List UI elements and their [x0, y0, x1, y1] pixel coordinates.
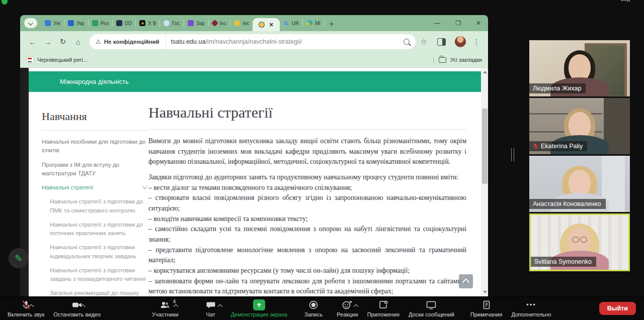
zoom-page-icon[interactable]	[404, 39, 410, 45]
panel-resize-handle[interactable]	[511, 148, 514, 161]
apps-button[interactable]: Приложения	[363, 297, 404, 320]
participant-name-label: Ekaterina Paliy	[529, 141, 587, 151]
browser-tab[interactable]: Гос	[160, 15, 183, 31]
bullet-line: – заповнювати форми он-лайн та оперувати…	[148, 276, 466, 296]
participant-video[interactable]: Людмила Жихар	[529, 40, 630, 96]
scroll-to-top-button[interactable]	[459, 274, 473, 288]
sidebar-sublink[interactable]: Навчальні стратегії з підготовки до пото…	[50, 221, 147, 238]
all-bookmarks-button[interactable]: Усі закладки	[450, 57, 482, 63]
chat-button[interactable]: Чат	[201, 297, 220, 320]
browser-tab[interactable]: Інс	[230, 15, 253, 31]
browser-toolbar: ← → ↻ ⌂ ⚠ Не конфіденційний tsatu.edu.ua…	[20, 31, 488, 52]
chevron-up-icon[interactable]	[217, 304, 222, 309]
sidebar-link-active[interactable]: Навчальні стратегії	[42, 183, 147, 192]
browser-tab[interactable]: Укр	[64, 15, 88, 31]
maximize-button[interactable]: ❐	[455, 20, 461, 26]
participant-name-label: Людмила Жихар	[529, 83, 586, 93]
chevron-up-icon	[462, 278, 469, 285]
web-page: Міжнародна діяльність Навчання Навчальні…	[20, 68, 488, 296]
chevron-up-icon[interactable]	[354, 304, 359, 309]
share-screen-icon	[253, 299, 265, 310]
browser-tab[interactable]: ★Х В	[136, 15, 159, 31]
tab-favicon	[306, 20, 312, 26]
participant-video[interactable]: Анастасія Коноваленко	[529, 156, 630, 212]
browser-tab[interactable]: Інс	[209, 15, 230, 31]
tab-favicon	[259, 22, 265, 28]
chevron-down-icon	[28, 20, 33, 25]
scrollbar-thumb[interactable]	[482, 109, 488, 184]
tab-favicon	[45, 20, 51, 26]
window-controls: — ❐ ✕	[434, 15, 481, 31]
tab-search-button[interactable]	[24, 18, 37, 28]
browser-tab[interactable]: GUR	[280, 15, 302, 31]
browser-tab[interactable]: DD	[113, 15, 135, 31]
bullet-line: – користуватися англомовними ресурсами (…	[148, 266, 466, 276]
glasses	[571, 237, 588, 242]
participants-button[interactable]: 4 Участники	[147, 297, 183, 320]
share-screen-button[interactable]: Демонстрация экрана	[226, 297, 292, 320]
bookmark-star-icon[interactable]: ☆	[421, 37, 427, 46]
page-scrollbar[interactable]	[481, 68, 488, 296]
paragraph: Завдяки підготовці до аудиторних занять …	[148, 172, 466, 183]
tab-favicon	[164, 20, 170, 26]
sidebar-sublink[interactable]: Навчальні стратегії з підготовки індивід…	[50, 243, 147, 261]
bullet-line: – вести діалог за темами повсякденного т…	[148, 183, 466, 193]
whiteboard-icon	[426, 299, 437, 310]
scroll-up-arrow[interactable]	[483, 71, 487, 73]
browser-tab[interactable]: Мі	[303, 15, 324, 31]
annotate-button[interactable]: ✎	[9, 248, 29, 268]
divider: |	[433, 56, 435, 63]
more-button[interactable]: ••• Дополнительно	[507, 297, 555, 320]
sidebar-sublink[interactable]: Навчальні стратегії з підготовки до ПМК …	[50, 197, 147, 215]
tab-favicon	[211, 20, 218, 27]
sidebar-link[interactable]: Навчальні посібники для підготовки до іс…	[42, 138, 147, 155]
side-panel-icon[interactable]	[437, 38, 446, 46]
record-button[interactable]: Запись	[300, 297, 327, 320]
apps-icon	[378, 299, 388, 310]
sidebar-sublink[interactable]: Навчальні стратегії з підготовки завдань…	[50, 266, 147, 284]
active-tab[interactable]: ✕	[253, 18, 279, 31]
security-badge[interactable]: ⚠ Не конфіденційний	[90, 34, 166, 49]
meeting-toolbar: Включить звук Остановить видео 4 Участни…	[0, 296, 644, 320]
new-tab-button[interactable]: +	[325, 19, 339, 28]
participant-video-active-speaker[interactable]: Svitlana Symonenko	[529, 214, 630, 271]
browser-tab[interactable]: Уні	[41, 15, 64, 31]
whiteboards-button[interactable]: Доски сообщений	[404, 297, 459, 320]
bookmark-favicon	[26, 56, 34, 64]
reload-button[interactable]: ↻	[55, 37, 70, 46]
bullet-line: – володіти навичками компресії та компон…	[148, 214, 466, 225]
view-button[interactable]: Вид	[621, 0, 630, 4]
scroll-down-arrow[interactable]	[483, 291, 487, 293]
unmute-button[interactable]: Включить звук	[3, 297, 49, 320]
reactions-button[interactable]: Реакции	[332, 297, 363, 320]
close-tab-icon[interactable]: ✕	[269, 22, 273, 28]
stop-video-button[interactable]: Остановить видео	[49, 297, 105, 320]
warning-icon: ⚠	[96, 38, 101, 45]
home-button[interactable]: ⌂	[70, 38, 86, 46]
shared-screen-browser: Уні Укр Роз DD ★Х В Гос Зар Інс Інс ✕ GU…	[20, 15, 488, 296]
minimize-button[interactable]: —	[434, 20, 440, 26]
tab-favicon	[116, 20, 122, 26]
browser-menu-icon[interactable]: ⋮	[473, 38, 480, 46]
notes-button[interactable]: Примечания	[466, 297, 507, 320]
tab-favicon	[68, 20, 74, 26]
sidebar-sublink[interactable]: Загальні рекомендації до пошуку інформац…	[50, 289, 147, 296]
profile-avatar[interactable]	[455, 36, 466, 47]
close-button[interactable]: ✕	[476, 20, 481, 26]
participants-count: 4	[173, 298, 176, 304]
sidebar-link[interactable]: Програми з ІМ для вступу до магістратури…	[42, 161, 147, 178]
browser-tab[interactable]: Роз	[89, 15, 112, 31]
participant-video[interactable]: Ekaterina Paliy	[529, 98, 630, 154]
leave-meeting-button[interactable]: Выйти	[599, 302, 636, 315]
browser-tab[interactable]: Зар	[184, 15, 208, 31]
url-text[interactable]: tsatu.edu.ua/im/navchannja/navchalni-str…	[171, 38, 302, 45]
chevron-up-icon[interactable]	[174, 304, 179, 309]
address-bar[interactable]: ⚠ Не конфіденційний tsatu.edu.ua/im/navc…	[90, 34, 416, 49]
back-button[interactable]: ←	[25, 38, 40, 46]
article: Навчальні стратегії Вимоги до мовної під…	[148, 104, 466, 296]
forward-button[interactable]: →	[40, 38, 55, 46]
reactions-icon	[342, 299, 353, 310]
participant-name-label: Анастасія Коноваленко	[529, 199, 606, 209]
participants-icon: 4	[159, 299, 171, 310]
bookmark-item[interactable]: Чернівецький регі...	[37, 57, 88, 63]
